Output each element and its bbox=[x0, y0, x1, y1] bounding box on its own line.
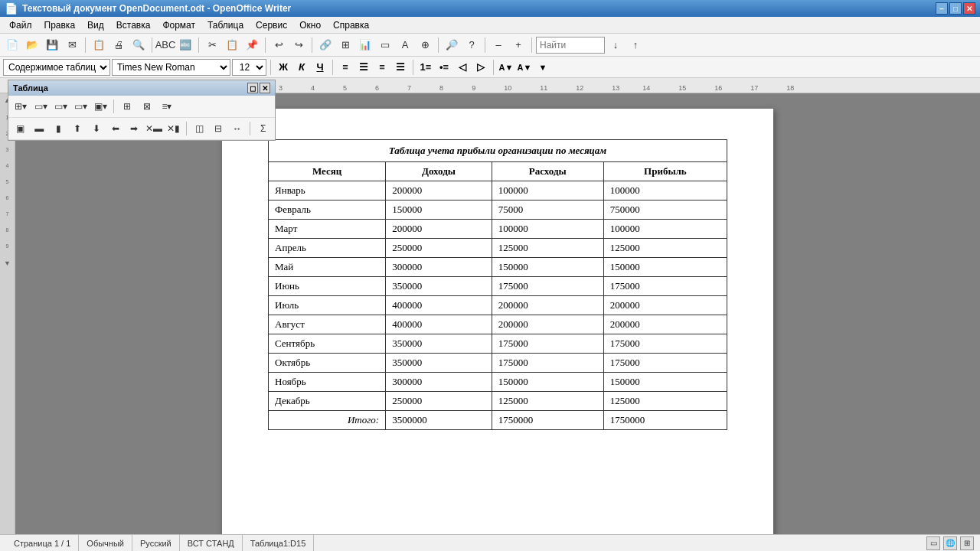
cell-number[interactable]: 250000 bbox=[386, 239, 492, 258]
cell-number[interactable]: 125000 bbox=[603, 239, 727, 258]
cell-number[interactable]: 175000 bbox=[603, 354, 727, 373]
cell-number[interactable]: 175000 bbox=[492, 354, 603, 373]
zoom-out-button[interactable]: – bbox=[489, 36, 508, 54]
frame-button[interactable]: ▭ bbox=[376, 36, 394, 54]
table-row[interactable]: Сентябрь350000175000175000 bbox=[269, 334, 727, 354]
document-area[interactable]: Таблица учета прибыли организации по мес… bbox=[15, 93, 980, 534]
cell-number[interactable]: 100000 bbox=[603, 220, 727, 239]
tt-border-all[interactable]: ⊞▾ bbox=[11, 97, 30, 116]
justify-button[interactable]: ☰ bbox=[392, 59, 409, 76]
tt-select-row[interactable]: ▬ bbox=[31, 119, 48, 138]
cell-number[interactable]: 150000 bbox=[603, 258, 727, 277]
cell-number[interactable]: 200000 bbox=[386, 181, 492, 201]
tt-insert-row-below[interactable]: ⬇ bbox=[87, 119, 105, 138]
menu-edit[interactable]: Правка bbox=[38, 18, 82, 32]
font-color-button[interactable]: A▼ bbox=[516, 59, 533, 76]
cell-number[interactable]: 175000 bbox=[603, 277, 727, 296]
preview-button[interactable]: 🔍 bbox=[129, 36, 148, 54]
maximize-button[interactable]: □ bbox=[949, 2, 962, 15]
table-panel-header[interactable]: Таблица ◻ ✕ bbox=[8, 80, 275, 96]
tt-bg-color[interactable]: ▣▾ bbox=[91, 97, 109, 116]
table-row[interactable]: Июль400000200000200000 bbox=[269, 296, 727, 315]
tt-insert-col-right[interactable]: ➡ bbox=[126, 119, 143, 138]
menu-table[interactable]: Таблица bbox=[201, 18, 250, 32]
paste-button[interactable]: 📌 bbox=[243, 36, 261, 54]
tt-split-cells[interactable]: ⊟ bbox=[210, 119, 227, 138]
cell-month[interactable]: Сентябрь bbox=[269, 334, 386, 354]
cell-number[interactable]: 200000 bbox=[603, 315, 727, 334]
spell-button[interactable]: ABC bbox=[156, 36, 175, 54]
tt-border-style[interactable]: ▭▾ bbox=[51, 97, 70, 116]
tt-delete-row[interactable]: ✕▬ bbox=[145, 119, 163, 138]
email-button[interactable]: ✉ bbox=[63, 36, 81, 54]
cell-number[interactable]: 150000 bbox=[492, 373, 603, 392]
tt-merge-cells[interactable]: ◫ bbox=[191, 119, 208, 138]
tt-border-outer[interactable]: ▭▾ bbox=[31, 97, 50, 116]
menu-insert[interactable]: Вставка bbox=[110, 18, 157, 32]
cell-number[interactable]: 175000 bbox=[603, 334, 727, 354]
table-row[interactable]: Февраль15000075000750000 bbox=[269, 201, 727, 220]
table-row[interactable]: Апрель250000125000125000 bbox=[269, 239, 727, 258]
menu-view[interactable]: Вид bbox=[81, 18, 110, 32]
tt-optimal-width[interactable]: ↔ bbox=[228, 119, 246, 138]
cell-number[interactable]: 150000 bbox=[386, 201, 492, 220]
cell-number[interactable]: 350000 bbox=[386, 334, 492, 354]
table-button[interactable]: ⊞ bbox=[336, 36, 354, 54]
autocorrect-button[interactable]: 🔤 bbox=[176, 36, 194, 54]
search-down-button[interactable]: ↓ bbox=[606, 36, 625, 54]
table-row[interactable]: Январь200000100000100000 bbox=[269, 181, 727, 201]
tt-delete-table[interactable]: ⊠ bbox=[138, 97, 156, 116]
cell-number[interactable]: 100000 bbox=[603, 181, 727, 201]
cell-number[interactable]: 250000 bbox=[386, 392, 492, 411]
tt-insert-row-above[interactable]: ⬆ bbox=[69, 119, 87, 138]
view-normal-icon[interactable]: ▭ bbox=[926, 536, 940, 550]
chart-button[interactable]: 📊 bbox=[356, 36, 374, 54]
search-input[interactable] bbox=[536, 37, 605, 54]
bold-button[interactable]: Ж bbox=[275, 59, 292, 76]
menu-format[interactable]: Формат bbox=[156, 18, 201, 32]
fontwork-button[interactable]: A bbox=[396, 36, 414, 54]
cell-number[interactable]: 175000 bbox=[492, 277, 603, 296]
cell-month[interactable]: Июль bbox=[269, 296, 386, 315]
cell-number[interactable]: 400000 bbox=[386, 315, 492, 334]
cell-month[interactable]: Август bbox=[269, 315, 386, 334]
font-select[interactable]: Times New Roman bbox=[112, 59, 230, 76]
find-button[interactable]: 🔎 bbox=[443, 36, 461, 54]
indent-less-button[interactable]: ◁ bbox=[454, 59, 471, 76]
cell-number[interactable]: 750000 bbox=[603, 201, 727, 220]
cell-number[interactable]: 200000 bbox=[492, 296, 603, 315]
save-button[interactable]: 💾 bbox=[43, 36, 61, 54]
cell-number[interactable]: 200000 bbox=[386, 220, 492, 239]
pdf-button[interactable]: 📋 bbox=[90, 36, 108, 54]
underline-button[interactable]: Ч bbox=[312, 59, 328, 76]
cell-number[interactable]: 125000 bbox=[603, 392, 727, 411]
cell-month[interactable]: Декабрь bbox=[269, 392, 386, 411]
menu-file[interactable]: Файл bbox=[3, 18, 38, 32]
zoom-in-button[interactable]: + bbox=[509, 36, 528, 54]
bullet-list-button[interactable]: •≡ bbox=[436, 59, 452, 76]
cell-number[interactable]: 100000 bbox=[492, 220, 603, 239]
insert-object-button[interactable]: ⊕ bbox=[416, 36, 434, 54]
hyperlink-button[interactable]: 🔗 bbox=[316, 36, 335, 54]
tt-sum[interactable]: Σ bbox=[254, 119, 272, 138]
tt-table-props[interactable]: ≡▾ bbox=[158, 97, 176, 116]
help-button[interactable]: ? bbox=[462, 36, 481, 54]
cell-number[interactable]: 100000 bbox=[492, 181, 603, 201]
cell-number[interactable]: 75000 bbox=[492, 201, 603, 220]
tt-insert-col-left[interactable]: ⬅ bbox=[106, 119, 124, 138]
cell-number[interactable]: 350000 bbox=[386, 277, 492, 296]
new-button[interactable]: 📄 bbox=[3, 36, 21, 54]
table-row[interactable]: Ноябрь300000150000150000 bbox=[269, 373, 727, 392]
cell-number[interactable]: 125000 bbox=[492, 239, 603, 258]
style-select[interactable]: Содержимое таблице bbox=[3, 59, 110, 76]
cell-month[interactable]: Март bbox=[269, 220, 386, 239]
cell-number[interactable]: 400000 bbox=[386, 296, 492, 315]
table-total-row[interactable]: Итого:350000017500001750000 bbox=[269, 411, 727, 430]
table-title[interactable]: Таблица учета прибыли организации по мес… bbox=[269, 140, 727, 162]
minimize-button[interactable]: – bbox=[936, 2, 948, 15]
cell-number[interactable]: 200000 bbox=[492, 315, 603, 334]
table-row[interactable]: Май300000150000150000 bbox=[269, 258, 727, 277]
table-row[interactable]: Август400000200000200000 bbox=[269, 315, 727, 334]
cell-number[interactable]: 150000 bbox=[603, 373, 727, 392]
cell-number[interactable]: 300000 bbox=[386, 258, 492, 277]
